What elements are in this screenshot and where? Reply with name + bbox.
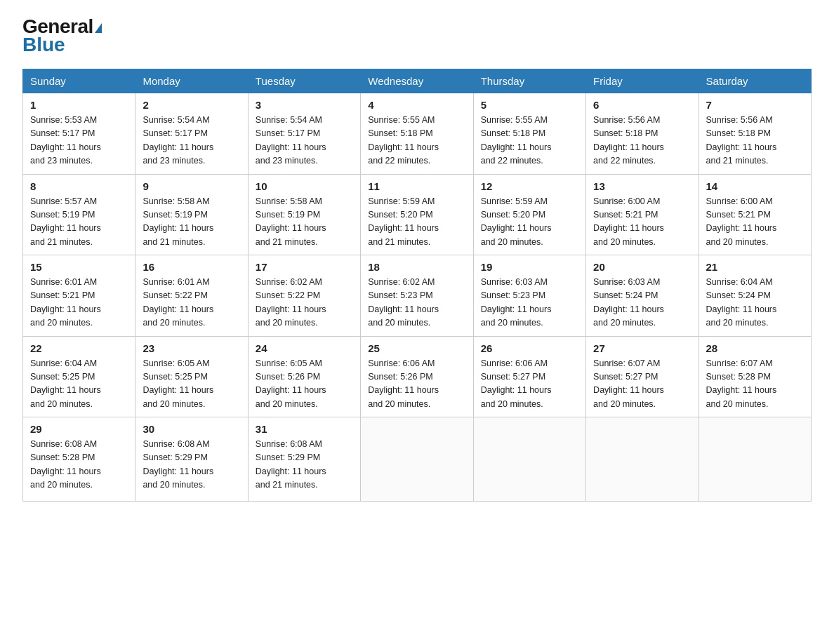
calendar-cell: 3Sunrise: 5:54 AMSunset: 5:17 PMDaylight…	[248, 93, 360, 175]
header-wednesday: Wednesday	[361, 69, 473, 93]
calendar-cell: 8Sunrise: 5:57 AMSunset: 5:19 PMDaylight…	[23, 174, 135, 255]
calendar-table: SundayMondayTuesdayWednesdayThursdayFrid…	[22, 69, 812, 502]
calendar-cell: 10Sunrise: 5:58 AMSunset: 5:19 PMDayligh…	[248, 174, 360, 255]
day-info: Sunrise: 5:56 AMSunset: 5:18 PMDaylight:…	[706, 114, 804, 168]
day-number: 3	[256, 99, 353, 111]
calendar-cell: 22Sunrise: 6:04 AMSunset: 5:25 PMDayligh…	[23, 336, 135, 417]
header-sunday: Sunday	[23, 69, 135, 93]
day-info: Sunrise: 5:54 AMSunset: 5:17 PMDaylight:…	[143, 114, 240, 168]
day-info: Sunrise: 6:01 AMSunset: 5:21 PMDaylight:…	[30, 276, 128, 330]
calendar-cell: 12Sunrise: 5:59 AMSunset: 5:20 PMDayligh…	[473, 174, 585, 255]
day-number: 15	[30, 261, 128, 273]
day-info: Sunrise: 6:03 AMSunset: 5:23 PMDaylight:…	[481, 276, 578, 330]
calendar-cell: 7Sunrise: 5:56 AMSunset: 5:18 PMDaylight…	[699, 93, 811, 175]
calendar-cell: 6Sunrise: 5:56 AMSunset: 5:18 PMDaylight…	[586, 93, 699, 175]
calendar-cell: 26Sunrise: 6:06 AMSunset: 5:27 PMDayligh…	[473, 336, 585, 417]
calendar-cell: 21Sunrise: 6:04 AMSunset: 5:24 PMDayligh…	[699, 255, 811, 337]
day-number: 9	[143, 180, 240, 192]
calendar-cell: 24Sunrise: 6:05 AMSunset: 5:26 PMDayligh…	[248, 336, 360, 417]
day-info: Sunrise: 5:57 AMSunset: 5:19 PMDaylight:…	[30, 195, 128, 250]
day-info: Sunrise: 6:00 AMSunset: 5:21 PMDaylight:…	[706, 195, 804, 250]
header-saturday: Saturday	[699, 69, 811, 93]
day-number: 2	[143, 99, 240, 111]
calendar-cell: 29Sunrise: 6:08 AMSunset: 5:28 PMDayligh…	[23, 417, 135, 502]
header-tuesday: Tuesday	[248, 69, 360, 93]
day-number: 1	[30, 99, 128, 111]
day-info: Sunrise: 5:53 AMSunset: 5:17 PMDaylight:…	[30, 114, 128, 168]
day-number: 5	[481, 99, 578, 111]
calendar-cell: 4Sunrise: 5:55 AMSunset: 5:18 PMDaylight…	[361, 93, 473, 175]
day-number: 7	[706, 99, 804, 111]
day-number: 25	[368, 342, 465, 354]
calendar-week-row: 15Sunrise: 6:01 AMSunset: 5:21 PMDayligh…	[23, 255, 812, 337]
day-info: Sunrise: 6:08 AMSunset: 5:29 PMDaylight:…	[256, 438, 353, 492]
day-info: Sunrise: 6:07 AMSunset: 5:27 PMDaylight:…	[593, 357, 691, 412]
calendar-cell: 11Sunrise: 5:59 AMSunset: 5:20 PMDayligh…	[361, 174, 473, 255]
day-info: Sunrise: 6:04 AMSunset: 5:24 PMDaylight:…	[706, 276, 804, 330]
day-info: Sunrise: 6:08 AMSunset: 5:28 PMDaylight:…	[30, 438, 128, 492]
day-number: 10	[256, 180, 353, 192]
header-thursday: Thursday	[473, 69, 585, 93]
calendar-cell: 30Sunrise: 6:08 AMSunset: 5:29 PMDayligh…	[135, 417, 248, 502]
calendar-cell: 31Sunrise: 6:08 AMSunset: 5:29 PMDayligh…	[248, 417, 360, 502]
day-number: 29	[30, 423, 128, 435]
day-number: 23	[143, 342, 240, 354]
day-number: 19	[481, 261, 578, 273]
day-info: Sunrise: 6:02 AMSunset: 5:22 PMDaylight:…	[256, 276, 353, 330]
calendar-cell: 19Sunrise: 6:03 AMSunset: 5:23 PMDayligh…	[473, 255, 585, 337]
calendar-cell: 15Sunrise: 6:01 AMSunset: 5:21 PMDayligh…	[23, 255, 135, 337]
day-info: Sunrise: 6:08 AMSunset: 5:29 PMDaylight:…	[143, 438, 240, 492]
calendar-header-row: SundayMondayTuesdayWednesdayThursdayFrid…	[23, 69, 812, 93]
day-info: Sunrise: 5:58 AMSunset: 5:19 PMDaylight:…	[256, 195, 353, 250]
day-info: Sunrise: 6:04 AMSunset: 5:25 PMDaylight:…	[30, 357, 128, 412]
calendar-cell	[361, 417, 473, 502]
calendar-cell: 16Sunrise: 6:01 AMSunset: 5:22 PMDayligh…	[135, 255, 248, 337]
day-info: Sunrise: 5:59 AMSunset: 5:20 PMDaylight:…	[368, 195, 465, 250]
day-number: 30	[143, 423, 240, 435]
day-info: Sunrise: 5:58 AMSunset: 5:19 PMDaylight:…	[143, 195, 240, 250]
day-number: 20	[593, 261, 691, 273]
day-number: 6	[593, 99, 691, 111]
day-number: 26	[481, 342, 578, 354]
calendar-cell	[586, 417, 699, 502]
calendar-cell	[699, 417, 811, 502]
day-number: 14	[706, 180, 804, 192]
logo: General Blue	[22, 17, 102, 55]
day-info: Sunrise: 6:05 AMSunset: 5:26 PMDaylight:…	[256, 357, 353, 412]
day-number: 11	[368, 180, 465, 192]
calendar-cell: 28Sunrise: 6:07 AMSunset: 5:28 PMDayligh…	[699, 336, 811, 417]
day-info: Sunrise: 5:59 AMSunset: 5:20 PMDaylight:…	[481, 195, 578, 250]
header-friday: Friday	[586, 69, 699, 93]
header-monday: Monday	[135, 69, 248, 93]
day-number: 12	[481, 180, 578, 192]
day-number: 13	[593, 180, 691, 192]
day-number: 8	[30, 180, 128, 192]
calendar-cell: 5Sunrise: 5:55 AMSunset: 5:18 PMDaylight…	[473, 93, 585, 175]
day-number: 28	[706, 342, 804, 354]
day-info: Sunrise: 6:05 AMSunset: 5:25 PMDaylight:…	[143, 357, 240, 412]
calendar-cell: 1Sunrise: 5:53 AMSunset: 5:17 PMDaylight…	[23, 93, 135, 175]
day-number: 27	[593, 342, 691, 354]
day-info: Sunrise: 5:55 AMSunset: 5:18 PMDaylight:…	[481, 114, 578, 168]
day-info: Sunrise: 5:55 AMSunset: 5:18 PMDaylight:…	[368, 114, 465, 168]
calendar-cell	[473, 417, 585, 502]
calendar-cell: 13Sunrise: 6:00 AMSunset: 5:21 PMDayligh…	[586, 174, 699, 255]
calendar-week-row: 29Sunrise: 6:08 AMSunset: 5:28 PMDayligh…	[23, 417, 812, 502]
day-info: Sunrise: 6:07 AMSunset: 5:28 PMDaylight:…	[706, 357, 804, 412]
page-header: General Blue	[22, 17, 812, 55]
calendar-cell: 25Sunrise: 6:06 AMSunset: 5:26 PMDayligh…	[361, 336, 473, 417]
calendar-cell: 27Sunrise: 6:07 AMSunset: 5:27 PMDayligh…	[586, 336, 699, 417]
calendar-week-row: 1Sunrise: 5:53 AMSunset: 5:17 PMDaylight…	[23, 93, 812, 175]
calendar-cell: 9Sunrise: 5:58 AMSunset: 5:19 PMDaylight…	[135, 174, 248, 255]
day-info: Sunrise: 6:06 AMSunset: 5:27 PMDaylight:…	[481, 357, 578, 412]
day-info: Sunrise: 5:56 AMSunset: 5:18 PMDaylight:…	[593, 114, 691, 168]
calendar-cell: 17Sunrise: 6:02 AMSunset: 5:22 PMDayligh…	[248, 255, 360, 337]
day-number: 31	[256, 423, 353, 435]
calendar-cell: 23Sunrise: 6:05 AMSunset: 5:25 PMDayligh…	[135, 336, 248, 417]
day-number: 4	[368, 99, 465, 111]
day-number: 24	[256, 342, 353, 354]
day-number: 16	[143, 261, 240, 273]
calendar-cell: 18Sunrise: 6:02 AMSunset: 5:23 PMDayligh…	[361, 255, 473, 337]
day-info: Sunrise: 6:03 AMSunset: 5:24 PMDaylight:…	[593, 276, 691, 330]
day-number: 18	[368, 261, 465, 273]
